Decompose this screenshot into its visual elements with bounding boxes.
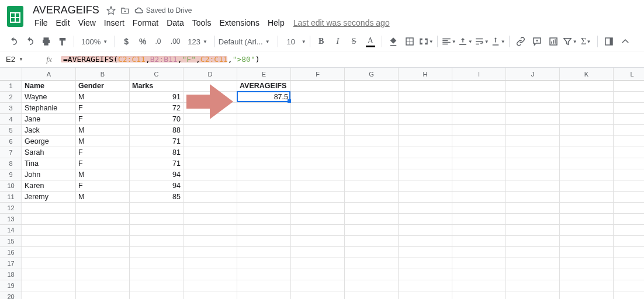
cell[interactable] bbox=[399, 169, 452, 180]
strikethrough-button[interactable]: S bbox=[347, 34, 362, 49]
cell[interactable]: M bbox=[76, 125, 130, 136]
undo-button[interactable] bbox=[6, 34, 21, 49]
cell[interactable]: 87.5 bbox=[237, 92, 291, 103]
cell[interactable] bbox=[452, 136, 506, 147]
cell[interactable] bbox=[291, 203, 345, 214]
cell[interactable] bbox=[506, 291, 560, 299]
cell-reference-box[interactable]: E2▼ bbox=[0, 55, 43, 64]
cell[interactable] bbox=[76, 280, 130, 291]
cell[interactable] bbox=[506, 125, 560, 136]
spreadsheet-grid[interactable]: ABCDEFGHIJKL 123456789101112131415161718… bbox=[0, 68, 644, 299]
cell[interactable] bbox=[452, 158, 506, 169]
cell[interactable] bbox=[399, 214, 452, 225]
cell[interactable] bbox=[76, 291, 130, 299]
cell[interactable] bbox=[399, 269, 452, 280]
cell[interactable] bbox=[345, 103, 399, 114]
cell[interactable] bbox=[452, 236, 506, 247]
cell[interactable]: F bbox=[76, 147, 130, 158]
more-formats-select[interactable]: 123▼ bbox=[184, 37, 211, 46]
cell[interactable] bbox=[183, 291, 237, 299]
cell[interactable]: 91 bbox=[130, 92, 183, 103]
cell[interactable] bbox=[183, 125, 237, 136]
cell[interactable] bbox=[614, 214, 644, 225]
cell[interactable] bbox=[614, 125, 644, 136]
drive-status[interactable]: Saved to Drive bbox=[134, 6, 192, 15]
cell[interactable] bbox=[291, 114, 345, 125]
horizontal-align-button[interactable]: ▼ bbox=[441, 34, 456, 49]
cell[interactable] bbox=[452, 169, 506, 180]
cell[interactable] bbox=[237, 214, 291, 225]
row-header[interactable]: 17 bbox=[0, 258, 22, 269]
cell[interactable] bbox=[345, 258, 399, 269]
cell[interactable] bbox=[345, 225, 399, 236]
cell[interactable] bbox=[130, 247, 183, 258]
cell[interactable] bbox=[345, 269, 399, 280]
cell[interactable] bbox=[399, 192, 452, 203]
bold-button[interactable]: B bbox=[314, 34, 329, 49]
cell[interactable] bbox=[183, 169, 237, 180]
cell[interactable] bbox=[452, 92, 506, 103]
cell[interactable] bbox=[506, 92, 560, 103]
cell[interactable] bbox=[345, 192, 399, 203]
cell[interactable] bbox=[76, 258, 130, 269]
cell[interactable] bbox=[237, 114, 291, 125]
cell[interactable]: Karen bbox=[22, 180, 76, 192]
menu-help[interactable]: Help bbox=[264, 16, 289, 30]
cell[interactable] bbox=[291, 103, 345, 114]
sidebar-toggle-button[interactable] bbox=[601, 34, 617, 49]
row-header[interactable]: 2 bbox=[0, 92, 22, 103]
cell[interactable] bbox=[345, 247, 399, 258]
cell[interactable] bbox=[183, 136, 237, 147]
paint-format-button[interactable] bbox=[55, 34, 70, 49]
cell[interactable] bbox=[399, 247, 452, 258]
cell[interactable] bbox=[614, 92, 644, 103]
cell[interactable] bbox=[452, 214, 506, 225]
cell[interactable] bbox=[183, 269, 237, 280]
cell[interactable] bbox=[452, 280, 506, 291]
column-header[interactable]: C bbox=[130, 68, 183, 81]
cell[interactable] bbox=[614, 147, 644, 158]
menu-file[interactable]: File bbox=[30, 16, 52, 30]
cell[interactable] bbox=[614, 103, 644, 114]
cell[interactable] bbox=[345, 203, 399, 214]
cell[interactable] bbox=[399, 258, 452, 269]
cell[interactable] bbox=[237, 158, 291, 169]
cell[interactable] bbox=[399, 280, 452, 291]
row-header[interactable]: 13 bbox=[0, 214, 22, 225]
cell[interactable] bbox=[237, 203, 291, 214]
filter-button[interactable]: ▼ bbox=[562, 34, 577, 49]
cell[interactable] bbox=[130, 214, 183, 225]
cell[interactable] bbox=[237, 291, 291, 299]
italic-button[interactable]: I bbox=[330, 34, 345, 49]
cell[interactable] bbox=[291, 136, 345, 147]
cell[interactable] bbox=[560, 169, 614, 180]
cell[interactable] bbox=[22, 280, 76, 291]
cell[interactable]: Tina bbox=[22, 158, 76, 169]
insert-chart-button[interactable] bbox=[546, 34, 561, 49]
doc-title[interactable]: AVERAGEIFS bbox=[30, 4, 102, 17]
cell[interactable] bbox=[560, 236, 614, 247]
cell[interactable] bbox=[237, 280, 291, 291]
cell[interactable] bbox=[399, 81, 452, 92]
cell[interactable]: Marks bbox=[130, 81, 183, 92]
last-edit-link[interactable]: Last edit was seconds ago bbox=[293, 18, 390, 27]
cell[interactable] bbox=[130, 269, 183, 280]
cell[interactable] bbox=[291, 269, 345, 280]
cell[interactable] bbox=[399, 147, 452, 158]
cell[interactable]: 71 bbox=[130, 158, 183, 169]
menu-extensions[interactable]: Extensions bbox=[215, 16, 263, 30]
redo-button[interactable] bbox=[22, 34, 37, 49]
print-button[interactable] bbox=[39, 34, 54, 49]
column-header[interactable]: D bbox=[183, 68, 237, 81]
cell[interactable] bbox=[291, 92, 345, 103]
row-header[interactable]: 19 bbox=[0, 280, 22, 291]
menu-view[interactable]: View bbox=[74, 16, 100, 30]
cell[interactable]: 88 bbox=[130, 125, 183, 136]
cell[interactable] bbox=[291, 192, 345, 203]
cell[interactable] bbox=[614, 258, 644, 269]
cell[interactable] bbox=[560, 81, 614, 92]
cell[interactable] bbox=[560, 136, 614, 147]
cell[interactable] bbox=[399, 125, 452, 136]
cell[interactable] bbox=[452, 203, 506, 214]
cell[interactable] bbox=[506, 81, 560, 92]
